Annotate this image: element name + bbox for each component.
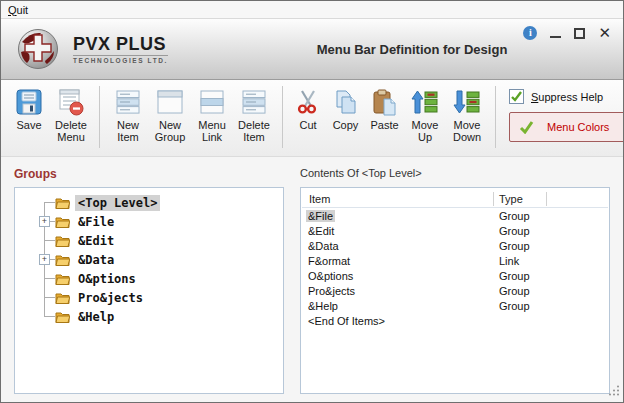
type-cell: Group [494, 300, 554, 312]
column-header-type[interactable]: Type [494, 192, 547, 206]
content-area: Groups <Top Level> [1, 157, 623, 394]
menu-link-button[interactable]: Menu Link [192, 85, 232, 144]
tree-item-label: &Data [75, 252, 117, 268]
tree-item-options[interactable]: O&ptions [15, 269, 283, 288]
contents-section: Contents Of <Top Level> Item Type &File … [300, 167, 610, 394]
groups-tree-panel: <Top Level> &File [14, 187, 284, 394]
save-button[interactable]: Save [9, 85, 49, 131]
tree-item-label: <Top Level> [75, 195, 160, 211]
suppress-help-checkbox[interactable] [509, 89, 524, 104]
tree-connector [44, 316, 55, 317]
grid-row[interactable]: &Help Group [301, 298, 609, 313]
pvx-logo: PVX PLUS TECHNOLOGIES LTD. [1, 28, 261, 70]
expand-icon[interactable] [39, 254, 50, 265]
folder-icon [55, 197, 70, 209]
title-bar: PVX PLUS TECHNOLOGIES LTD. Menu Bar Defi… [1, 19, 623, 80]
toolbar-button-label: New Item [108, 119, 148, 144]
logo-line2: TECHNOLOGIES LTD. [73, 55, 168, 64]
toolbar: Save Delete Menu [1, 80, 623, 157]
delete-menu-button[interactable]: Delete Menu [51, 85, 91, 144]
tree-item-label: Pro&jects [75, 290, 146, 306]
tree-item-projects[interactable]: Pro&jects [15, 288, 283, 307]
contents-label: Contents Of <Top Level> [300, 167, 610, 184]
groups-section: Groups <Top Level> [14, 167, 284, 394]
check-icon [510, 90, 523, 103]
tree-item-edit[interactable]: &Edit [15, 231, 283, 250]
type-cell: Group [494, 210, 554, 222]
toolbar-button-label: New Group [150, 119, 190, 144]
tree-item-file[interactable]: &File [15, 212, 283, 231]
cut-button[interactable]: Cut [291, 85, 325, 131]
suppress-help-row: Suppress Help [509, 89, 624, 104]
grid-row[interactable]: F&ormat Link [301, 253, 609, 268]
folder-icon [55, 216, 70, 228]
copy-button[interactable]: Copy [327, 85, 364, 131]
suppress-help-label[interactable]: Suppress Help [531, 91, 603, 103]
item-cell: &File [306, 210, 335, 222]
tree-connector [44, 240, 55, 241]
arrow-up-bars-icon [411, 87, 439, 117]
toolbar-button-label: Cut [299, 119, 316, 131]
scissors-icon [296, 87, 320, 117]
menu-colors-button[interactable]: Menu Colors [509, 112, 624, 142]
toolbar-separator [282, 86, 283, 148]
new-group-button[interactable]: New Group [150, 85, 190, 144]
app-window: Quit PVX PLUS TECHNOLOGIES LTD. Me [0, 0, 624, 403]
grid-row[interactable]: &Data Group [301, 238, 609, 253]
menu-delete-icon [57, 87, 85, 117]
grid-row[interactable]: &Edit Group [301, 223, 609, 238]
grid-row[interactable]: <End Of Items> [301, 313, 609, 328]
toolbar-button-label: Paste [370, 119, 398, 131]
type-cell: Group [494, 285, 554, 297]
new-item-button[interactable]: New Item [108, 85, 148, 144]
type-cell: Group [494, 270, 554, 282]
grid-row[interactable]: O&ptions Group [301, 268, 609, 283]
expand-icon[interactable] [39, 216, 50, 227]
info-icon[interactable]: i [523, 26, 537, 40]
tree-item-label: O&ptions [75, 271, 139, 287]
toolbar-button-label: Move Down [447, 119, 487, 144]
grid-header: Item Type [302, 191, 608, 208]
type-cell: Group [494, 225, 554, 237]
item-cell: F&ormat [306, 255, 352, 267]
item-cell: Pro&jects [306, 285, 357, 297]
minimize-icon[interactable] [550, 36, 561, 38]
move-up-button[interactable]: Move Up [405, 85, 445, 144]
tree-item-top-level[interactable]: <Top Level> [15, 193, 283, 212]
check-icon [519, 121, 534, 134]
tree-connector [44, 278, 55, 279]
menu-quit[interactable]: Quit [8, 4, 28, 16]
tree-item-label: &File [75, 214, 117, 230]
resize-grip[interactable] [609, 382, 620, 400]
folder-icon [55, 311, 70, 323]
groups-tree: <Top Level> &File [15, 188, 283, 393]
toolbar-button-label: Delete Item [234, 119, 274, 144]
grid-row[interactable]: Pro&jects Group [301, 283, 609, 298]
toolbar-button-label: Menu Link [192, 119, 232, 144]
item-cell: &Edit [306, 225, 336, 237]
clipboard-icon [372, 87, 398, 117]
logo-line1: PVX PLUS [73, 35, 168, 53]
copy-pages-icon [333, 87, 359, 117]
item-cell: &Help [306, 300, 340, 312]
folder-icon [55, 273, 70, 285]
move-down-button[interactable]: Move Down [447, 85, 487, 144]
close-icon[interactable]: ✕ [598, 26, 611, 40]
tree-item-data[interactable]: &Data [15, 250, 283, 269]
toolbar-button-label: Copy [333, 119, 359, 131]
item-cell: &Data [306, 240, 341, 252]
window-controls: i ✕ [523, 26, 611, 40]
delete-item-button[interactable]: Delete Item [234, 85, 274, 144]
paste-button[interactable]: Paste [366, 85, 403, 131]
column-header-item[interactable]: Item [302, 192, 494, 206]
grid-row[interactable]: &File Group [301, 208, 609, 223]
toolbar-button-label: Move Up [405, 119, 445, 144]
tree-item-help[interactable]: &Help [15, 307, 283, 326]
group-window-icon [156, 87, 184, 117]
page-title: Menu Bar Definition for Design [261, 42, 623, 57]
globe-logo-icon [17, 28, 59, 70]
tree-connector [44, 202, 55, 203]
maximize-icon[interactable] [574, 28, 585, 39]
tree-item-label: &Help [75, 309, 117, 325]
folder-icon [55, 292, 70, 304]
